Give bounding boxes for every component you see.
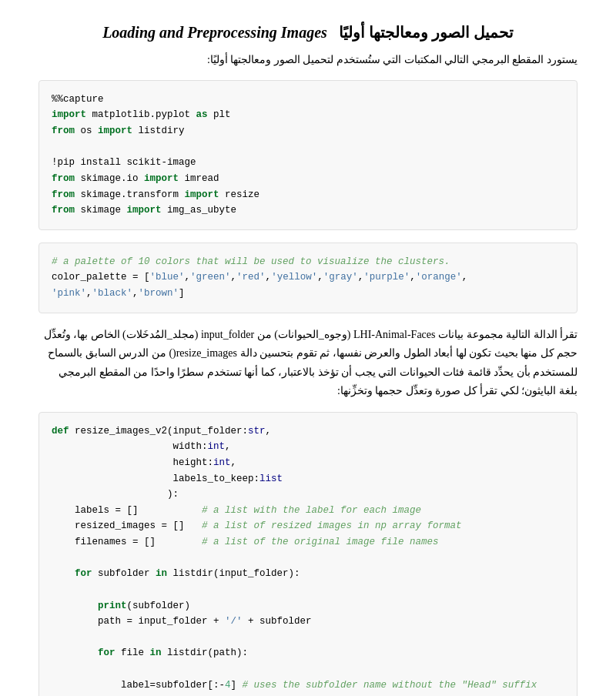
intro-text: يستورد المقطع البرمجي التالي المكتبات ال… <box>38 51 578 69</box>
page-container: تحميل الصور ومعالجتها أوليًا Loading and… <box>0 0 616 696</box>
code-block-1: %%capture import matplotlib.pyplot as pl… <box>38 80 578 230</box>
title-english: Loading and Preprocessing Images <box>102 24 327 41</box>
title-arabic: تحميل الصور ومعالجتها أوليًا <box>339 24 514 41</box>
section-title: تحميل الصور ومعالجتها أوليًا Loading and… <box>38 23 578 42</box>
code-block-3: def resize_images_v2(input_folder:str, w… <box>38 412 578 696</box>
code-block-2: # a palette of 10 colors that will be us… <box>38 243 578 313</box>
body-text: تقرأ الدالة التالية مجموعة بيانات LHI-An… <box>38 326 578 401</box>
